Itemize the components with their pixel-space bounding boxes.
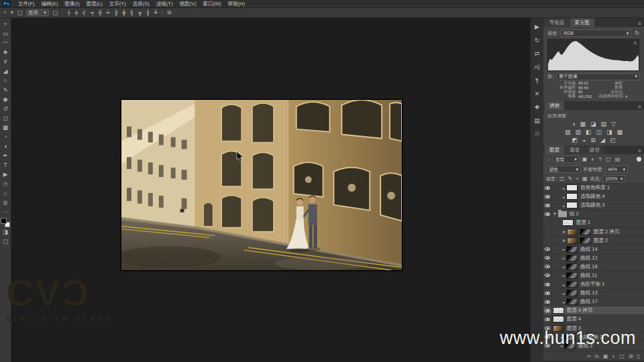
adjustment-preset-icon[interactable]: ◩	[572, 137, 578, 143]
layer-mask-thumbnail[interactable]	[580, 237, 591, 244]
layer-name[interactable]: 选取颜色 4	[580, 193, 604, 200]
visibility-toggle[interactable]	[543, 263, 552, 271]
visibility-toggle[interactable]	[543, 210, 552, 218]
menu-item[interactable]: 窗口(W)	[199, 0, 224, 8]
auto-select-checkbox[interactable]	[17, 11, 22, 15]
layer-thumbnail[interactable]	[553, 307, 564, 314]
panel-menu-icon[interactable]: ≡	[638, 104, 644, 110]
panel-menu-icon[interactable]: ≡	[638, 148, 644, 154]
visibility-toggle[interactable]	[543, 184, 552, 192]
visibility-toggle[interactable]	[543, 192, 552, 200]
layer-name[interactable]: 曲线 14	[580, 246, 597, 253]
layer-thumbnail[interactable]	[567, 237, 578, 244]
align-icon[interactable]: ╣	[129, 10, 134, 16]
layer-row[interactable]: ▼ 组 2	[543, 210, 644, 219]
crop-tool[interactable]: #	[1, 57, 11, 66]
filter-kind-icon[interactable]: ◐	[590, 156, 595, 162]
filter-toggle[interactable]	[637, 157, 641, 162]
layer-name[interactable]: 自然饱和度 1	[580, 184, 610, 191]
color-swatches[interactable]	[1, 218, 10, 227]
visibility-toggle[interactable]	[543, 315, 552, 323]
tab-channels[interactable]: 通道	[565, 145, 584, 154]
foreground-color-swatch[interactable]	[1, 218, 7, 224]
menu-item[interactable]: 滤镜(T)	[153, 0, 176, 8]
tool-preset-caret-icon[interactable]: ▾	[11, 9, 13, 16]
layer-thumbnail[interactable]	[566, 246, 578, 253]
layer-thumbnail[interactable]	[566, 193, 578, 200]
visibility-toggle[interactable]	[543, 219, 552, 227]
layer-name[interactable]: 组 2	[570, 210, 579, 217]
adjustment-preset-icon[interactable]: ▽	[611, 121, 616, 127]
filter-kind-icon[interactable]: T	[598, 156, 602, 162]
tab-navigator[interactable]: 导航器	[545, 18, 570, 27]
align-icon[interactable]: ╞	[66, 10, 71, 16]
filter-kind-icon[interactable]: ▣	[582, 156, 588, 162]
quick-mask-icon[interactable]: ◨	[1, 227, 11, 237]
layer-thumbnail[interactable]	[566, 263, 578, 270]
align-icon[interactable]: ╂	[146, 10, 150, 16]
adjustment-preset-icon[interactable]: ◧	[586, 129, 592, 135]
layer-row[interactable]: ▼ ∞ 图层 2	[543, 237, 644, 245]
lock-icon[interactable]: ▦	[582, 176, 588, 182]
visibility-toggle[interactable]	[543, 280, 552, 288]
shape-tool[interactable]: ◇	[1, 179, 11, 188]
actions-panel-icon[interactable]: ▶	[532, 22, 543, 31]
tab-layers[interactable]: 图层	[545, 145, 564, 154]
type-tool[interactable]: T	[1, 160, 11, 170]
layer-name[interactable]: 曲线 18	[580, 263, 597, 270]
zoom-tool[interactable]: ◎	[1, 198, 11, 207]
menu-item[interactable]: 选择(S)	[129, 0, 153, 8]
panel-menu-icon[interactable]: ≡	[638, 21, 644, 27]
layer-name[interactable]: 图层 4	[567, 316, 581, 322]
layer-name[interactable]: 选取颜色 3	[580, 202, 604, 208]
warning-icon[interactable]: ⚠	[633, 40, 637, 46]
visibility-toggle[interactable]	[543, 201, 552, 209]
tab-adjustments[interactable]: 调整	[545, 101, 564, 110]
tab-histogram[interactable]: 直方图	[570, 18, 595, 27]
lock-icon[interactable]: ✎	[568, 176, 574, 182]
layer-thumbnail[interactable]	[566, 290, 578, 296]
layer-row[interactable]: ▼ ◒ 曲线 12	[543, 254, 644, 263]
new-group-icon[interactable]: ▢	[619, 353, 625, 359]
history-brush-tool[interactable]: ↺	[1, 104, 11, 113]
layer-name[interactable]: 图层 2	[594, 237, 608, 244]
link-layers-icon[interactable]: ∞	[587, 353, 591, 359]
clone-source-panel-icon[interactable]: ⇄	[532, 49, 543, 58]
filter-type-dropdown[interactable]: 类型▾	[553, 156, 580, 163]
screen-mode-icon[interactable]: ▢	[1, 237, 11, 246]
layer-row[interactable]: ▼ ◒ 曲线 17	[543, 298, 644, 306]
source-dropdown[interactable]: 整个图像▾	[556, 73, 640, 80]
layer-thumbnail[interactable]	[566, 202, 578, 208]
auto-select-dropdown[interactable]: 图层▾	[26, 9, 49, 16]
align-icon[interactable]: ╬	[98, 10, 103, 16]
align-icon[interactable]: ╠	[114, 10, 119, 16]
align-icon[interactable]: ╧	[106, 10, 111, 16]
layer-name[interactable]: 曲线 13	[580, 290, 597, 296]
group-caret-icon[interactable]: ▼	[553, 212, 557, 216]
channel-dropdown[interactable]: RGB▾	[561, 29, 631, 37]
adjustment-preset-icon[interactable]: ◰	[610, 137, 616, 143]
adjustment-preset-icon[interactable]: ▦	[580, 121, 586, 127]
tab-paths[interactable]: 路径	[585, 145, 604, 154]
refresh-icon[interactable]: ↻	[634, 30, 640, 36]
layer-thumbnail[interactable]	[567, 229, 578, 235]
align-icon[interactable]: ┳	[138, 10, 142, 16]
lock-icon[interactable]: +	[575, 176, 580, 182]
layer-row[interactable]: ▼ ◒ 曲线 11	[543, 272, 644, 280]
layer-row[interactable]: ▼ 图层 1	[543, 219, 644, 227]
path-selection-tool[interactable]: ▶	[1, 170, 11, 179]
add-mask-icon[interactable]: ▣	[603, 353, 608, 359]
adjustment-preset-icon[interactable]: ▥	[575, 129, 581, 135]
pen-tool[interactable]: ✒	[1, 151, 11, 160]
layer-thumbnail[interactable]	[566, 281, 578, 288]
layer-mask-thumbnail[interactable]	[580, 229, 591, 235]
more-tools[interactable]: ⋯	[1, 207, 11, 217]
align-icon[interactable]: ╪	[74, 10, 79, 16]
delete-layer-icon[interactable]: ▯	[637, 353, 640, 359]
visibility-toggle[interactable]	[543, 245, 552, 253]
layer-thumbnail[interactable]	[553, 316, 564, 322]
move-tool[interactable]: +	[1, 19, 11, 29]
eyedropper-tool[interactable]: ◢	[1, 66, 11, 76]
visibility-toggle[interactable]	[543, 306, 552, 314]
brush-tool[interactable]: ✎	[1, 85, 11, 95]
